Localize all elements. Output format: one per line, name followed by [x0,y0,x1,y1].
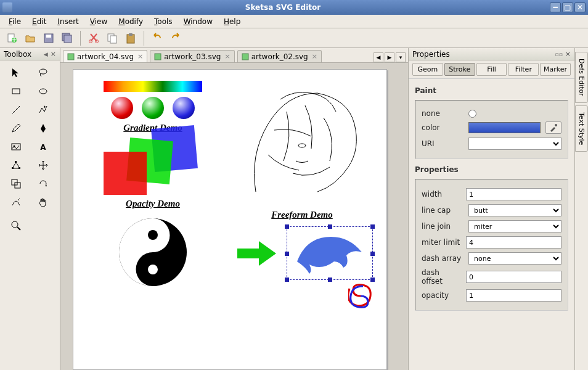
tab-0[interactable]: artwork_04.svg× [63,50,147,62]
close-button[interactable]: ✕ [574,2,586,12]
svg-rect-22 [18,167,20,169]
dashoffset-label: dash offset [422,268,461,286]
close-tab-icon[interactable]: × [312,52,317,60]
tab-prev[interactable]: ◀ [374,52,383,62]
svg-file-icon [154,53,161,60]
polyline-tool[interactable] [31,101,55,118]
tab-next[interactable]: ▶ [385,52,394,62]
properties-body: Paint none color URI Properties width li… [409,79,574,370]
svg-rect-27 [68,54,74,60]
text-tool[interactable]: A [31,138,55,155]
freeform-sketch [231,81,367,204]
paste-button[interactable] [123,30,139,46]
selection-box[interactable] [287,226,373,280]
properties-header: Properties ▫▫ × [409,48,574,60]
menu-tools[interactable]: Tools [149,16,178,27]
reshape-tool[interactable] [4,194,28,211]
image-tool[interactable] [4,138,28,155]
close-tab-icon[interactable]: × [137,52,143,60]
svg-rect-14 [12,89,20,94]
props-section-title: Properties [415,165,568,174]
menu-view[interactable]: View [85,16,112,27]
redo-button[interactable] [168,30,184,46]
cut-button[interactable] [86,30,102,46]
undo-button[interactable] [149,30,165,46]
canvas-viewport[interactable]: Gradient Demo Opacity Demo [60,63,408,370]
combine-tool[interactable] [4,175,28,192]
saveall-button[interactable] [59,30,75,46]
properties-tabs: Geom Stroke Fill Filter Marker [409,60,574,79]
rotate-tool[interactable] [31,175,55,192]
lasso-tool[interactable] [31,64,55,81]
svg-rect-28 [155,54,161,60]
opacity-input[interactable] [466,289,561,302]
center-area: artwork_04.svg× artwork_03.svg× artwork_… [60,48,408,370]
collapse-icon[interactable]: ◀ [44,51,48,57]
pointer-tool[interactable] [4,64,28,81]
svg-line-16 [12,106,20,113]
properties-title: Properties [412,50,450,59]
sidetab-textstyle[interactable]: Text Style [575,105,588,152]
svg-point-32 [148,265,158,274]
save-button[interactable] [41,30,57,46]
uri-label: URI [422,139,463,148]
tab-list[interactable]: ▾ [396,52,406,62]
move-tool[interactable] [31,157,55,174]
svg-file-icon [67,53,75,60]
ptab-marker[interactable]: Marker [540,63,571,76]
toolbox-panel: Toolbox ◀ × A [0,48,60,370]
dasharray-label: dash array [422,254,463,263]
menu-edit[interactable]: Edit [27,16,51,27]
canvas[interactable]: Gradient Demo Opacity Demo [73,69,387,370]
close-panel-icon[interactable]: × [51,50,56,58]
menu-file[interactable]: File [4,16,26,27]
rect-tool[interactable] [4,83,28,100]
menu-modify[interactable]: Modify [113,16,148,27]
linejoin-label: line join [422,222,463,231]
tab-1[interactable]: artwork_03.svg× [150,50,234,62]
ptab-stroke[interactable]: Stroke [444,63,475,76]
workarea: Toolbox ◀ × A artwork_04 [0,48,588,370]
width-input[interactable] [466,188,561,200]
ptab-fill[interactable]: Fill [476,63,507,76]
color-swatch[interactable] [468,122,541,133]
maximize-button[interactable]: ▢ [562,2,573,12]
svg-point-25 [12,221,18,228]
sidetab-defs[interactable]: Defs Editor [575,52,588,103]
linejoin-select[interactable]: miter [468,220,561,232]
linecap-select[interactable]: butt [468,204,561,216]
eyedropper-button[interactable] [545,121,561,134]
close-panel-icon[interactable]: × [565,50,571,58]
dasharray-select[interactable]: none [468,252,561,265]
svg-rect-20 [12,167,14,169]
uri-select[interactable] [468,138,561,150]
miter-input[interactable] [466,236,561,249]
menu-help[interactable]: Help [219,16,245,27]
collapse-icon[interactable]: ▫▫ [555,51,563,57]
pencil-tool[interactable] [4,120,28,137]
paint-section-title: Paint [415,86,568,95]
copy-button[interactable] [104,30,120,46]
svg-point-33 [298,144,306,147]
hand-tool[interactable] [31,194,55,211]
tab-2[interactable]: artwork_02.svg× [237,50,322,62]
line-tool[interactable] [4,101,28,118]
minimize-button[interactable]: ━ [550,2,561,12]
dashoffset-input[interactable] [466,271,561,283]
paint-none-radio[interactable] [468,110,476,118]
pathedit-tool[interactable] [4,157,28,174]
ptab-filter[interactable]: Filter [508,63,539,76]
pen-tool[interactable] [31,120,55,137]
zoom-tool[interactable] [4,217,28,234]
menu-window[interactable]: Window [179,16,218,27]
tab-label: artwork_04.svg [77,52,134,61]
ellipse-tool[interactable] [31,83,55,100]
sphere-row [87,97,219,119]
opacity-demo [104,139,202,195]
new-button[interactable]: + [4,30,20,46]
ptab-geom[interactable]: Geom [412,63,443,76]
menu-insert[interactable]: Insert [52,16,83,27]
close-tab-icon[interactable]: × [224,52,230,60]
open-button[interactable] [22,30,38,46]
width-label: width [422,190,461,199]
